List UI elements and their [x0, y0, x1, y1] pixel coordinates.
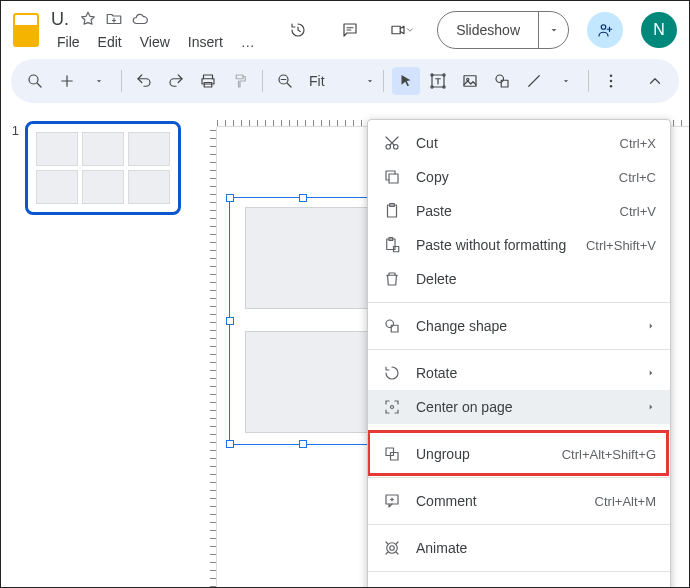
zoom-dropdown[interactable] [335, 67, 375, 95]
svg-point-30 [390, 546, 395, 551]
cut-icon [382, 133, 402, 153]
context-menu-label: Ungroup [416, 446, 548, 462]
zoom-out-icon[interactable] [271, 67, 299, 95]
context-menu-shortcut: Ctrl+X [620, 136, 656, 151]
context-menu-paste[interactable]: PasteCtrl+V [368, 194, 670, 228]
toolbar-separator [121, 70, 122, 92]
menu-view[interactable]: View [132, 32, 178, 52]
svg-point-26 [391, 406, 394, 409]
slideshow-label[interactable]: Slideshow [438, 22, 538, 38]
menu-edit[interactable]: Edit [90, 32, 130, 52]
svg-point-11 [466, 78, 468, 80]
context-menu-format-options[interactable]: Format options [368, 578, 670, 588]
context-menu-label: Animate [416, 540, 642, 556]
comments-icon[interactable] [333, 13, 367, 47]
textbox-tool[interactable] [424, 67, 452, 95]
share-button[interactable] [587, 12, 623, 48]
slide-thumbnail[interactable] [25, 121, 181, 215]
document-title[interactable]: U. [49, 9, 71, 30]
menu-more[interactable]: … [233, 32, 263, 52]
toolbar-separator [262, 70, 263, 92]
cloud-status-icon[interactable] [131, 10, 149, 28]
menu-insert[interactable]: Insert [180, 32, 231, 52]
comment-icon [382, 491, 402, 511]
context-menu-shortcut: Ctrl+Alt+M [595, 494, 656, 509]
context-menu-shortcut: Ctrl+V [620, 204, 656, 219]
slides-logo-icon[interactable] [13, 13, 39, 47]
ungroup-icon [382, 444, 402, 464]
context-menu-ungroup[interactable]: UngroupCtrl+Alt+Shift+G [368, 437, 670, 471]
svg-rect-19 [389, 174, 398, 183]
history-icon[interactable] [281, 13, 315, 47]
zoom-select[interactable]: Fit [303, 73, 331, 89]
toolbar: Fit [11, 59, 679, 103]
context-menu-label: Paste [416, 203, 606, 219]
context-menu-center-on-page[interactable]: Center on page [368, 390, 670, 424]
context-menu-paste-without-formatting[interactable]: Paste without formattingCtrl+Shift+V [368, 228, 670, 262]
svg-point-12 [496, 75, 504, 83]
context-menu-rotate[interactable]: Rotate [368, 356, 670, 390]
star-icon[interactable] [79, 10, 97, 28]
print-button[interactable] [194, 67, 222, 95]
animate-icon [382, 538, 402, 558]
new-slide-button[interactable] [53, 67, 81, 95]
svg-rect-3 [204, 83, 212, 88]
svg-point-16 [609, 85, 612, 88]
context-menu-comment[interactable]: CommentCtrl+Alt+M [368, 484, 670, 518]
paint-format-button[interactable] [226, 67, 254, 95]
slideshow-dropdown[interactable] [538, 12, 568, 48]
center-icon [382, 397, 402, 417]
toolbar-separator [588, 70, 589, 92]
svg-point-14 [609, 74, 612, 77]
slideshow-button[interactable]: Slideshow [437, 11, 569, 49]
context-menu: CutCtrl+XCopyCtrl+CPasteCtrl+VPaste with… [367, 119, 671, 588]
copy-icon [382, 167, 402, 187]
image-tool[interactable] [456, 67, 484, 95]
svg-point-0 [601, 25, 606, 30]
context-menu-label: Rotate [416, 365, 632, 381]
context-menu-shortcut: Ctrl+C [619, 170, 656, 185]
vertical-ruler [197, 127, 217, 588]
redo-button[interactable] [162, 67, 190, 95]
select-tool[interactable] [392, 67, 420, 95]
context-menu-cut[interactable]: CutCtrl+X [368, 126, 670, 160]
selection-outline[interactable] [229, 197, 377, 445]
collapse-toolbar[interactable] [641, 67, 669, 95]
context-menu-delete[interactable]: Delete [368, 262, 670, 296]
shape-tool[interactable] [488, 67, 516, 95]
undo-button[interactable] [130, 67, 158, 95]
move-folder-icon[interactable] [105, 10, 123, 28]
context-menu-copy[interactable]: CopyCtrl+C [368, 160, 670, 194]
svg-rect-28 [391, 453, 399, 461]
context-menu-label: Copy [416, 169, 605, 185]
line-tool[interactable] [520, 67, 548, 95]
context-menu-shortcut: Ctrl+Shift+V [586, 238, 656, 253]
thumbnail-panel[interactable]: 1 [1, 109, 197, 588]
submenu-arrow-icon [646, 399, 656, 415]
menu-file[interactable]: File [49, 32, 88, 52]
submenu-arrow-icon [646, 365, 656, 381]
svg-point-31 [387, 543, 398, 554]
svg-rect-27 [386, 448, 394, 456]
delete-icon [382, 269, 402, 289]
paste-icon [382, 201, 402, 221]
context-menu-separator [368, 430, 670, 431]
rotate-icon [382, 363, 402, 383]
account-avatar[interactable]: N [641, 12, 677, 48]
context-menu-change-shape[interactable]: Change shape [368, 309, 670, 343]
new-slide-dropdown[interactable] [85, 67, 113, 95]
context-menu-animate[interactable]: Animate [368, 531, 670, 565]
line-dropdown[interactable] [552, 67, 580, 95]
context-menu-separator [368, 524, 670, 525]
context-menu-label: Comment [416, 493, 581, 509]
search-menu-icon[interactable] [21, 67, 49, 95]
context-menu-label: Center on page [416, 399, 632, 415]
meet-icon[interactable] [385, 13, 419, 47]
more-tools[interactable] [597, 67, 625, 95]
svg-point-15 [609, 80, 612, 83]
context-menu-label: Cut [416, 135, 606, 151]
context-menu-separator [368, 477, 670, 478]
context-menu-label: Delete [416, 271, 642, 287]
context-menu-separator [368, 302, 670, 303]
toolbar-separator [383, 70, 384, 92]
